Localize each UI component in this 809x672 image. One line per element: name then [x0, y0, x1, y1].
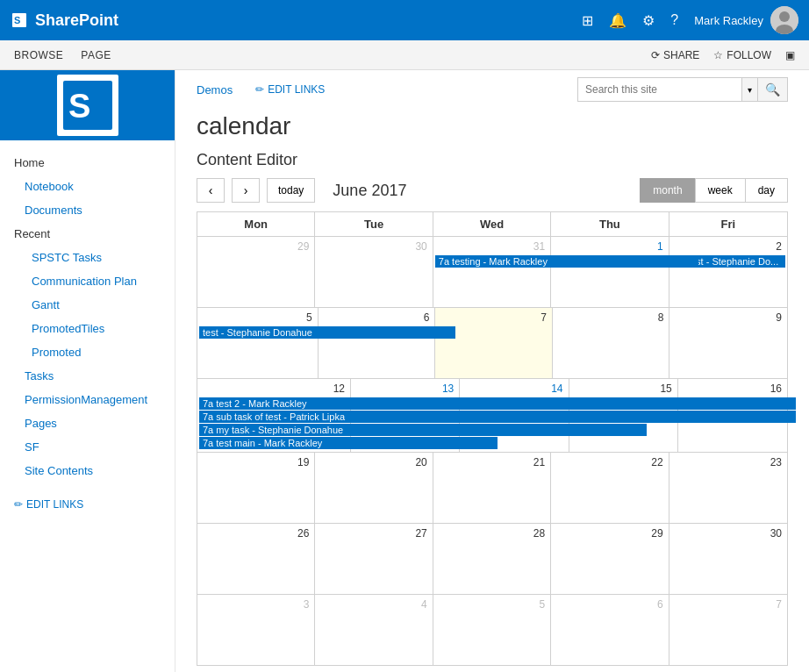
edit-links-button[interactable]: ✏ EDIT LINKS: [255, 83, 325, 96]
page-layout: S Home Notebook Documents Recent SPSTC T…: [0, 70, 809, 672]
calendar-event[interactable]: 7a testing - Mark Rackley: [435, 255, 698, 268]
cal-cell-jun1[interactable]: 1: [551, 237, 669, 307]
top-navigation: S SharePoint ⊞ 🔔 ⚙ ? Mark Rackley: [0, 0, 809, 40]
browse-tab[interactable]: BROWSE: [14, 49, 63, 61]
cal-cell-jun9[interactable]: 9: [669, 308, 787, 378]
sidebar-item-spstc-tasks[interactable]: SPSTC Tasks: [0, 246, 175, 269]
cal-cell-jun6[interactable]: 6: [319, 308, 436, 378]
cal-cell-jun8[interactable]: 8: [553, 308, 670, 378]
user-menu[interactable]: Mark Rackley: [694, 6, 798, 34]
cal-cell-jun19[interactable]: 19: [197, 453, 315, 523]
sidebar-item-site-contents[interactable]: Site Contents: [0, 459, 175, 483]
calendar-event-2[interactable]: 7a sub task of test - Patrick Lipka: [199, 411, 796, 423]
cal-header-thu: Thu: [551, 212, 669, 237]
svg-text:S: S: [14, 15, 20, 25]
cal-cell-jun27[interactable]: 27: [315, 524, 433, 594]
calendar-prev-button[interactable]: ‹: [197, 178, 225, 203]
calendar-event[interactable]: test - Stephanie Donahue: [199, 326, 455, 339]
help-icon[interactable]: ?: [670, 12, 678, 28]
cal-cell-jul4[interactable]: 4: [315, 595, 433, 665]
calendar-next-button[interactable]: ›: [232, 178, 260, 203]
calendar-today-button[interactable]: today: [267, 178, 315, 203]
cal-cell-may30[interactable]: 30: [315, 237, 433, 307]
day-number: 1: [553, 239, 666, 254]
breadcrumb-link[interactable]: Demos: [197, 83, 233, 97]
cal-cell-jul7[interactable]: 7: [669, 595, 787, 665]
day-number: 30: [671, 525, 785, 541]
sidebar-item-promoted[interactable]: Promoted: [0, 340, 175, 364]
search-box: ▾ 🔍: [577, 77, 788, 102]
sidebar-item-notebook[interactable]: Notebook: [0, 175, 175, 198]
sidebar-item-sf[interactable]: SF: [0, 435, 175, 459]
sharepoint-logo-icon: S: [11, 11, 28, 29]
gear-icon[interactable]: ⚙: [642, 12, 655, 29]
cal-cell-jul3[interactable]: 3: [197, 595, 315, 665]
day-number: 9: [671, 310, 785, 325]
site-logo[interactable]: S SharePoint: [11, 11, 118, 30]
cal-cell-jun23[interactable]: 23: [669, 453, 787, 523]
sidebar-item-promoted-tiles[interactable]: PromotedTiles: [0, 317, 175, 340]
sidebar-item-documents[interactable]: Documents: [0, 198, 175, 222]
apps-grid-icon[interactable]: ⊞: [582, 12, 593, 29]
sidebar-item-home[interactable]: Home: [0, 151, 175, 175]
main-content: Demos ✏ EDIT LINKS ▾ 🔍 calendar Content …: [175, 70, 809, 672]
calendar-event-1[interactable]: 7a test 2 - Mark Rackley: [199, 397, 796, 410]
cal-cell-jun7[interactable]: 7: [435, 308, 553, 378]
sidebar-item-permission-management[interactable]: PermissionManagement: [0, 388, 175, 411]
top-nav-icons: ⊞ 🔔 ⚙ ? Mark Rackley: [582, 6, 798, 34]
bell-icon[interactable]: 🔔: [609, 12, 626, 29]
calendar-month-view-button[interactable]: month: [640, 178, 695, 203]
calendar-week-view-button[interactable]: week: [695, 178, 746, 203]
cal-cell-jun30[interactable]: 30: [669, 524, 787, 594]
cal-cell-may31[interactable]: 31 7a testing - Mark Rackley: [433, 237, 551, 307]
day-number: 31: [435, 239, 548, 254]
cal-cell-jun2[interactable]: 2 7a test - Stephanie Do...: [669, 237, 787, 307]
sidebar-logo: S: [0, 70, 175, 140]
sp-logo-icon: S: [63, 81, 112, 130]
day-number: 3: [199, 597, 312, 612]
cal-header-fri: Fri: [669, 212, 787, 237]
layout-icon[interactable]: ▣: [785, 49, 795, 61]
calendar-month-title: June 2017: [333, 182, 406, 200]
sidebar-edit-links[interactable]: ✏ EDIT LINKS: [0, 493, 175, 516]
cal-cell-jun26[interactable]: 26: [197, 524, 315, 594]
page-tab[interactable]: PAGE: [81, 49, 111, 61]
cal-cell-jun12[interactable]: 12 7a test 2 - Mark Rackley 7a sub task …: [197, 379, 351, 452]
follow-button[interactable]: ☆ FOLLOW: [713, 49, 771, 61]
sidebar-item-gantt[interactable]: Gantt: [0, 293, 175, 317]
search-dropdown-button[interactable]: ▾: [741, 78, 757, 101]
calendar-day-view-button[interactable]: day: [745, 178, 788, 203]
sidebar-item-tasks[interactable]: Tasks: [0, 364, 175, 388]
calendar-week-1: 29 30 31 7a testing - Mark Rackley 1 2 7: [197, 237, 787, 308]
nav-actions: ⟳ SHARE ☆ FOLLOW ▣: [651, 49, 795, 61]
day-number: 30: [317, 239, 430, 254]
cal-cell-jun20[interactable]: 20: [315, 453, 433, 523]
logo-text: SharePoint: [35, 11, 118, 30]
share-button[interactable]: ⟳ SHARE: [651, 49, 699, 61]
day-number: 8: [555, 310, 668, 325]
calendar-event-3[interactable]: 7a my task - Stephanie Donahue: [199, 424, 647, 436]
cal-cell-jun22[interactable]: 22: [551, 453, 669, 523]
cal-header-mon: Mon: [197, 212, 315, 237]
svg-point-3: [779, 11, 790, 22]
cal-cell-jun28[interactable]: 28: [433, 524, 551, 594]
sidebar-item-pages[interactable]: Pages: [0, 411, 175, 435]
search-go-button[interactable]: 🔍: [757, 78, 787, 101]
cal-cell-jun5[interactable]: 5 test - Stephanie Donahue: [197, 308, 319, 378]
search-input[interactable]: [578, 78, 741, 101]
calendar-section: Content Editor ‹ › today June 2017 month…: [175, 140, 809, 672]
cal-cell-jun29[interactable]: 29: [551, 524, 669, 594]
day-number: 16: [680, 381, 785, 397]
day-number: 28: [435, 525, 548, 541]
day-number: 2: [671, 239, 785, 254]
calendar-event-4[interactable]: 7a test main - Mark Rackley: [199, 437, 498, 449]
cal-cell-jul6[interactable]: 6: [551, 595, 669, 665]
cal-cell-jun21[interactable]: 21: [433, 453, 551, 523]
cal-cell-jul5[interactable]: 5: [433, 595, 551, 665]
day-number: 5: [199, 310, 316, 325]
day-number: 22: [553, 454, 666, 470]
day-number: 5: [435, 597, 548, 612]
sidebar-item-communication-plan[interactable]: Communication Plan: [0, 269, 175, 293]
cal-cell-may29[interactable]: 29: [197, 237, 315, 307]
breadcrumb: Demos: [197, 83, 233, 97]
